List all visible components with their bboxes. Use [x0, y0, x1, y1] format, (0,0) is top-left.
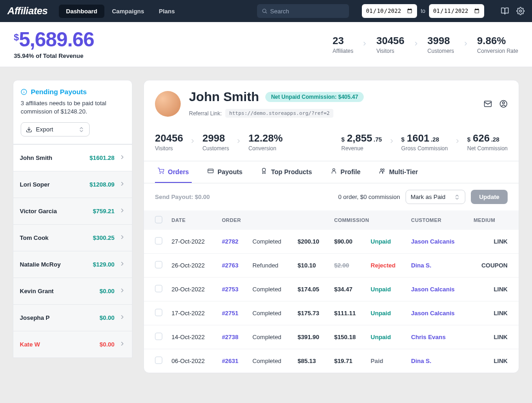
- update-button[interactable]: Update: [471, 190, 508, 204]
- affiliate-row[interactable]: Lori Soper $1208.09: [13, 171, 132, 198]
- ref-link[interactable]: https://demo.storeapps.org/?ref=2: [225, 109, 333, 118]
- profile-name: John Smith: [189, 90, 259, 104]
- affiliate-name: Lori Soper: [20, 181, 50, 188]
- search-wrap[interactable]: [257, 4, 349, 18]
- affiliate-row[interactable]: John Smith $1601.28: [13, 144, 132, 171]
- affiliate-name: Josepha P: [20, 314, 50, 321]
- stat-affiliates: 23 Affiliates: [332, 35, 353, 54]
- export-label: Export: [36, 126, 53, 133]
- stat-customers: 3998 Customers: [428, 35, 454, 54]
- row-checkbox[interactable]: [155, 261, 162, 268]
- affiliate-row[interactable]: Josepha P $0.00: [13, 304, 132, 331]
- svg-point-10: [160, 173, 160, 174]
- pending-title-text: Pending Payouts: [31, 88, 87, 96]
- affiliate-amount: $0.00: [99, 314, 114, 321]
- customer-link[interactable]: Jason Calcanis: [411, 310, 455, 317]
- send-payout[interactable]: Send Payout: $0.00: [155, 193, 210, 200]
- table-row: 14-Oct-2022 #2738 Completed $391.90 $150…: [144, 325, 519, 349]
- th-medium: MEDIUM: [469, 210, 519, 230]
- affiliate-row[interactable]: Natalie McRoy $129.00: [13, 251, 132, 278]
- svg-point-0: [263, 9, 266, 12]
- mail-icon[interactable]: [484, 100, 492, 108]
- row-checkbox[interactable]: [155, 237, 162, 244]
- metric-net-commission: $626.28 Net Commission: [467, 132, 508, 152]
- cell-total: $175.73: [297, 310, 319, 317]
- tab-multi-tier[interactable]: Multi-Tier: [376, 161, 421, 183]
- order-link[interactable]: #2631: [222, 358, 238, 364]
- affiliate-name: John Smith: [20, 154, 52, 161]
- nav-dashboard[interactable]: Dashboard: [59, 5, 105, 18]
- tab-payouts[interactable]: Payouts: [205, 161, 245, 183]
- row-checkbox[interactable]: [155, 309, 162, 316]
- revenue-currency: $: [14, 32, 19, 43]
- tab-top-products[interactable]: Top Products: [258, 161, 315, 183]
- table-row: 17-Oct-2022 #2751 Completed $175.73 $111…: [144, 301, 519, 325]
- cell-date: 17-Oct-2022: [167, 301, 217, 325]
- cell-status: Refunded: [252, 262, 278, 269]
- affiliate-row[interactable]: Kate W $0.00: [13, 331, 132, 358]
- orders-icon: [158, 168, 164, 176]
- affiliate-amount: $759.21: [93, 208, 114, 215]
- affiliate-row[interactable]: Tom Cook $300.25: [13, 224, 132, 251]
- book-icon[interactable]: [501, 7, 509, 15]
- cell-commission: $150.18: [334, 334, 356, 341]
- user-icon[interactable]: [499, 100, 508, 108]
- order-link[interactable]: #2763: [222, 262, 238, 269]
- search-icon: [262, 8, 268, 14]
- date-sep: to: [421, 8, 425, 14]
- affiliate-list: John Smith $1601.28 Lori Soper $1208.09 …: [13, 144, 132, 358]
- mark-as-select[interactable]: Mark as Paid: [406, 190, 465, 204]
- customer-link[interactable]: Dina S.: [411, 358, 431, 364]
- chevron-right-icon: [389, 138, 395, 146]
- table-row: 27-Oct-2022 #2782 Completed $200.10 $90.…: [144, 230, 519, 254]
- affiliate-row[interactable]: Kevin Grant $0.00: [13, 278, 132, 304]
- customer-link[interactable]: Jason Calcanis: [411, 286, 455, 293]
- cell-date: 26-Oct-2022: [167, 254, 217, 278]
- nav-campaigns[interactable]: Campaigns: [104, 5, 151, 18]
- cell-medium: LINK: [469, 349, 519, 373]
- mark-as-label: Mark as Paid: [411, 193, 446, 200]
- gear-icon[interactable]: [516, 7, 525, 15]
- order-link[interactable]: #2738: [222, 334, 238, 341]
- metrics-row: 20456 Visitors 2998 Customers 12.28% Con…: [144, 127, 519, 161]
- nav-plans[interactable]: Plans: [152, 5, 183, 18]
- tab-orders[interactable]: Orders: [155, 161, 192, 183]
- date-to[interactable]: [429, 4, 484, 18]
- cell-total: $391.90: [297, 334, 319, 341]
- affiliate-amount: $0.00: [99, 288, 114, 295]
- cell-total: $10.10: [297, 262, 316, 269]
- customer-link[interactable]: Chris Evans: [411, 334, 446, 341]
- chevron-right-icon: [119, 341, 126, 348]
- cell-commission: $111.11: [334, 310, 356, 317]
- customer-link[interactable]: Dina S.: [411, 262, 431, 269]
- cell-commission: $2.00: [334, 262, 349, 269]
- order-link[interactable]: #2753: [222, 286, 238, 293]
- table-row: 26-Oct-2022 #2763 Refunded $10.10 $2.00 …: [144, 254, 519, 278]
- payouts-icon: [207, 168, 214, 176]
- export-button[interactable]: Export: [21, 122, 90, 136]
- select-all-checkbox[interactable]: [155, 216, 162, 223]
- th-order: ORDER: [217, 210, 329, 230]
- date-range: to: [362, 4, 484, 18]
- chevron-right-icon: [119, 154, 126, 162]
- logo: Affiliates: [7, 5, 48, 17]
- row-checkbox[interactable]: [155, 285, 162, 292]
- order-link[interactable]: #2751: [222, 310, 238, 317]
- top-products-icon: [261, 168, 267, 176]
- cell-status: Completed: [252, 310, 281, 317]
- cell-medium: LINK: [469, 278, 519, 301]
- affiliate-row[interactable]: Victor Garcia $759.21: [13, 198, 132, 224]
- cell-date: 27-Oct-2022: [167, 230, 217, 254]
- cell-date: 06-Oct-2022: [167, 349, 217, 373]
- svg-point-11: [163, 173, 163, 174]
- cell-pay-status: Unpaid: [371, 286, 391, 293]
- search-input[interactable]: [270, 8, 344, 15]
- nav: Dashboard Campaigns Plans: [59, 5, 183, 18]
- date-from[interactable]: [362, 4, 417, 18]
- order-link[interactable]: #2782: [222, 238, 238, 245]
- row-checkbox[interactable]: [155, 357, 162, 364]
- tab-profile[interactable]: Profile: [328, 161, 364, 183]
- customer-link[interactable]: Jason Calcanis: [411, 238, 455, 245]
- row-checkbox[interactable]: [155, 333, 162, 340]
- header-icons: [501, 7, 525, 15]
